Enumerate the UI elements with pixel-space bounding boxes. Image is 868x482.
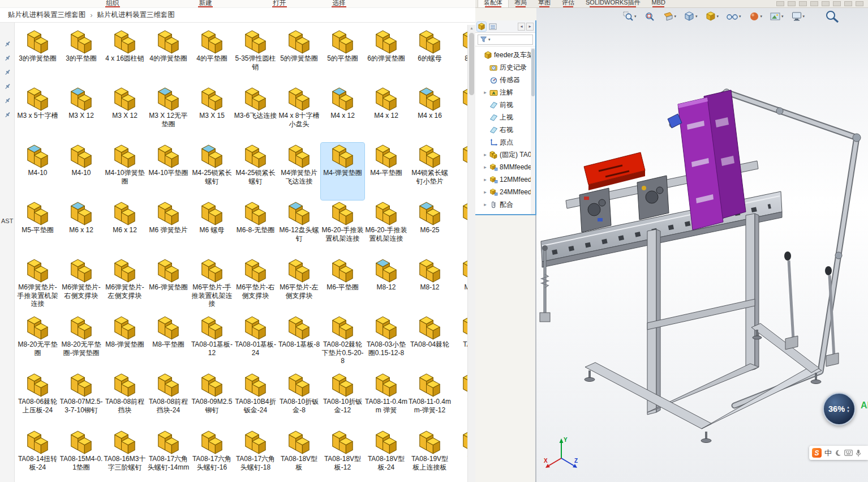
ribbon-icon-stub[interactable] [788,1,796,6]
tree-node-fixed-component[interactable]: ▸ (固定) TA09 [475,148,535,161]
file-item[interactable]: TA08-07M2.5-3-7-10铆钉 [59,372,103,429]
ribbon-icon-stub[interactable] [856,1,863,6]
expand-arrow-icon[interactable]: ▸ [483,89,488,95]
ribbon-icon-stub[interactable] [844,1,852,6]
file-item[interactable]: M4-25锁紧长螺钉 [190,143,234,200]
file-item[interactable]: TA08-02棘轮下垫片0.5-20-8 [321,314,364,372]
tree-node-top-plane[interactable]: 上视 [475,111,535,123]
ai-overlay-badge[interactable]: AI [861,400,868,411]
ribbon-tab[interactable]: 布局 [509,0,532,7]
zoom-up-icon[interactable]: ▲ [846,406,850,409]
toolbar-button[interactable]: 选择 [332,0,346,8]
file-item[interactable]: M4-10平垫圈 [147,143,190,200]
panel-next-icon[interactable]: ▸ [526,23,534,31]
folder-label-fragment[interactable]: AST [1,217,13,224]
breadcrumb-item[interactable]: 贴片机进料装置三维套图 [97,10,175,20]
file-item[interactable]: TA08-18V型板-12 [321,429,364,482]
graphics-viewport[interactable]: ▾ ▾ ▾ ▾ ▾ ▾ [536,8,868,482]
toolbar-button[interactable]: 组织 [105,0,120,8]
ribbon-icon-stub[interactable] [799,1,807,6]
file-item[interactable]: TA0 轮 [452,314,467,372]
tree-filter-input[interactable]: ▾ [478,35,533,45]
file-item[interactable]: 4 x 16圆柱销 [103,28,147,86]
tree-node-sensors[interactable]: 传感器 [475,74,535,86]
file-item[interactable]: TA08-19V型板上连接板 [408,429,452,482]
file-item[interactable]: TA08-08前程挡块-24 [147,372,190,429]
tree-node-right-plane[interactable]: 右视 [475,123,535,136]
apply-scene-button[interactable]: ▾ [768,10,785,23]
microphone-icon[interactable] [856,449,861,457]
pushpin-icon[interactable] [4,82,11,92]
file-item[interactable]: TA08-11-0.4mm 弹簧 [364,372,408,429]
view-orientation-button[interactable]: ▾ [682,10,699,23]
file-item[interactable]: M4-10 [16,143,59,200]
file-item[interactable]: M3-6飞达连接 [234,86,277,143]
file-item[interactable]: M8-弹簧垫圈 [103,314,147,372]
file-item[interactable]: M8-12 [408,257,452,314]
file-item[interactable]: TA08-18V型板-24 [364,429,408,482]
file-item[interactable]: 8M er [452,28,467,86]
file-item[interactable]: M4 [452,86,467,143]
file-item[interactable]: M4-弹簧垫圈 [321,143,364,200]
sogou-logo-icon[interactable]: S [812,448,822,458]
file-item[interactable]: M6弹簧垫片-左侧支撑块 [103,257,147,314]
file-item[interactable]: M4 x 8十字槽小盘头 [277,86,321,143]
view-settings-button[interactable]: ▾ [790,10,806,23]
file-item[interactable]: M6平垫片-手推装置机架连接 [190,257,234,314]
file-item[interactable]: TA08-15M4-0.1垫圈 [59,429,103,482]
file-item[interactable]: TA08-17六角头螺钉-18 [234,429,277,482]
file-item[interactable]: M8-20无平垫圈-弹簧垫圈 [59,314,103,372]
keyboard-icon[interactable] [844,450,853,456]
file-item[interactable]: TA0 [452,372,467,429]
file-item[interactable]: M8-12 [364,257,408,314]
file-item[interactable]: 3的平垫圈 [59,28,103,86]
tree-node-history[interactable]: 历史记录 [475,61,535,74]
scrollbar-up-icon[interactable]: ▲ [468,25,475,32]
file-item[interactable]: M6-20-手推装置机架连接 [364,200,408,257]
ribbon-icon-stub[interactable] [833,1,841,6]
file-item[interactable]: M6弹簧垫片-右侧支撑块 [59,257,103,314]
ime-language-indicator[interactable]: 中 [824,448,832,458]
file-item[interactable]: M8 螺 [452,257,467,314]
pushpin-icon[interactable] [4,68,11,78]
file-item[interactable]: TA08-17六角头螺钉-16 [190,429,234,482]
tree-node-annotations[interactable]: ▸ A 注解 [475,86,535,99]
edit-appearance-button[interactable]: ▾ [747,10,764,23]
zoom-down-icon[interactable]: ▼ [846,410,850,413]
panel-splitter[interactable] [535,215,536,482]
tree-node-front-plane[interactable]: 前视 [475,99,535,111]
file-item[interactable]: M6-20-手推装置机架连接 [321,200,364,257]
file-item[interactable]: TA08-18V型板 [277,429,321,482]
tree-scrollbar[interactable] [531,48,535,214]
file-item[interactable]: M4 x 12 [364,86,408,143]
file-item[interactable]: M6 [452,200,467,257]
pushpin-icon[interactable] [4,54,11,64]
expand-arrow-icon[interactable]: ▸ [483,202,488,207]
scrollbar-thumb[interactable] [531,49,535,96]
file-item[interactable]: M6-12盘头螺钉 [277,200,321,257]
ribbon-icon-stub[interactable] [776,1,784,6]
explorer-scrollbar[interactable]: ▲ [467,25,475,482]
magnifying-glass-button[interactable] [823,10,841,23]
file-item[interactable]: M6-25 [408,200,452,257]
file-item[interactable]: M4 x 16 [408,86,452,143]
file-item[interactable]: M8-平垫圈 [147,314,190,372]
file-item[interactable]: M6 x 12 [59,200,103,257]
ribbon-tab[interactable]: 装配体 [478,0,509,7]
pushpin-icon[interactable] [4,96,11,106]
file-item[interactable]: M3 X 12 [59,86,103,143]
file-item[interactable]: M3 X 12无平垫圈 [147,86,190,143]
zoom-to-fit-button[interactable] [643,10,656,23]
file-item[interactable]: M4弹簧垫片飞达连接 [277,143,321,200]
file-item[interactable]: M6-平垫圈 [321,257,364,314]
tree-node-mates[interactable]: ▸ 配合 [475,198,535,211]
file-item[interactable]: TA08-10折钣金-12 [321,372,364,429]
panel-prev-icon[interactable]: ◂ [518,23,525,31]
breadcrumb-item[interactable]: 贴片机进料装置三维套图 [8,10,86,20]
expand-arrow-icon[interactable]: ▸ [483,189,488,195]
file-item[interactable]: 5-35弹性圆柱销 [234,28,277,86]
file-item[interactable]: TA08-17六角头螺钉-14mm [147,429,190,482]
tree-root-assembly[interactable]: feeder及车架 (默 [475,49,535,61]
file-item[interactable]: M3 x 5十字槽 [16,86,59,143]
file-item[interactable]: TA08-01基板-24 [234,314,277,372]
